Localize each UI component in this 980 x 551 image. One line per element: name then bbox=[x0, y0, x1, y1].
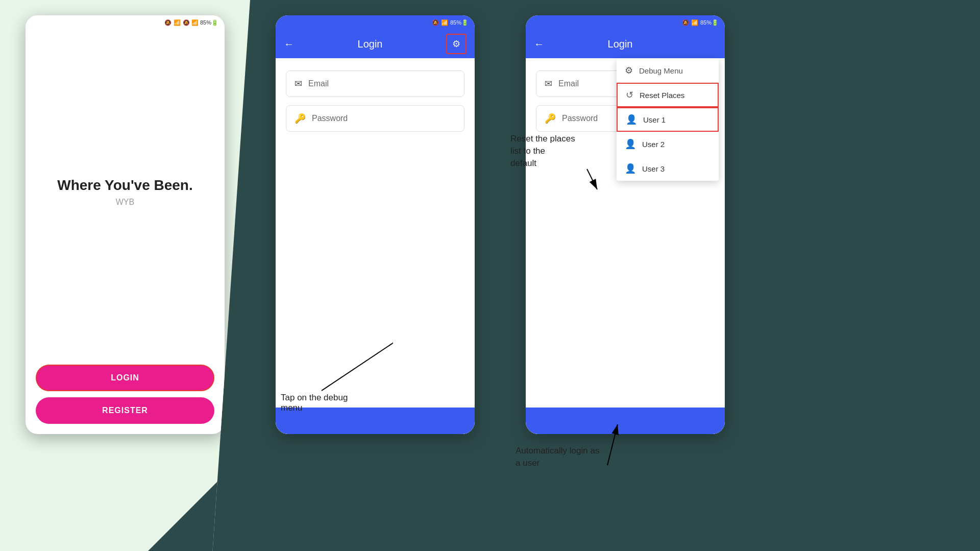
status-bar-right: 🔕 📶 85%🔋 bbox=[526, 15, 725, 30]
signal-icon: 📶 bbox=[174, 19, 181, 26]
debug-menu-header-label: Debug Menu bbox=[639, 66, 683, 75]
right-panel: 🔕 📶 85%🔋 ← Login ✉ Email 🔑 Password bbox=[500, 0, 750, 551]
app-bar-middle: ← Login ⚙ bbox=[276, 30, 475, 58]
user2-label: User 2 bbox=[642, 140, 665, 149]
phone-right: 🔕 📶 85%🔋 ← Login ✉ Email 🔑 Password bbox=[526, 15, 725, 434]
battery-label-m: 85%🔋 bbox=[450, 19, 469, 26]
phone-actions: LOGIN REGISTER bbox=[26, 354, 225, 434]
email-icon-middle: ✉ bbox=[295, 78, 302, 89]
user1-icon: 👤 bbox=[626, 114, 637, 125]
user3-label: User 3 bbox=[642, 164, 665, 173]
hero-subtitle: WYB bbox=[116, 198, 134, 207]
debug-menu-dropdown: ⚙ Debug Menu ↺ Reset Places 👤 User 1 👤 U… bbox=[617, 58, 719, 181]
debug-menu-user3[interactable]: 👤 User 3 bbox=[617, 156, 719, 181]
mute-icon: 🔕 bbox=[164, 19, 172, 26]
debug-menu-reset-places[interactable]: ↺ Reset Places bbox=[617, 83, 719, 107]
password-placeholder-right: Password bbox=[562, 114, 598, 123]
reset-places-label: Reset Places bbox=[640, 91, 684, 100]
login-annotation-text: Automatically login as a user bbox=[516, 445, 638, 469]
status-icons-right: 🔕 📶 85%🔋 bbox=[682, 19, 719, 26]
hero-title: Where You've Been. bbox=[57, 177, 192, 194]
phone-content-middle: ✉ Email 🔑 Password bbox=[276, 58, 475, 408]
signal-icon-m: 📶 bbox=[441, 19, 448, 26]
bottom-bar-right bbox=[526, 408, 725, 434]
battery-label: 🔕 📶 85%🔋 bbox=[183, 19, 218, 26]
back-arrow-middle[interactable]: ← bbox=[284, 38, 294, 50]
phone-hero: Where You've Been. WYB bbox=[26, 30, 225, 354]
status-icons-middle: 🔕 📶 85%🔋 bbox=[432, 19, 469, 26]
phone-left: 🔕 📶 🔕 📶 85%🔋 Where You've Been. WYB LOGI… bbox=[26, 15, 225, 434]
left-panel: 🔕 📶 🔕 📶 85%🔋 Where You've Been. WYB LOGI… bbox=[0, 0, 250, 551]
register-button[interactable]: REGISTER bbox=[36, 397, 214, 424]
login-button[interactable]: LOGIN bbox=[36, 365, 214, 391]
app-bar-right: ← Login bbox=[526, 30, 725, 58]
filler-panel bbox=[750, 0, 980, 551]
password-icon-right: 🔑 bbox=[545, 113, 556, 124]
debug-gear-icon: ⚙ bbox=[452, 38, 460, 50]
battery-label-r: 85%🔋 bbox=[700, 19, 719, 26]
phone-middle: 🔕 📶 85%🔋 ← Login ⚙ ✉ Email 🔑 Password bbox=[276, 15, 475, 434]
status-bar-middle: 🔕 📶 85%🔋 bbox=[276, 15, 475, 30]
user3-icon: 👤 bbox=[625, 163, 636, 174]
email-placeholder-middle: Email bbox=[308, 79, 329, 88]
status-icons-left: 🔕 📶 🔕 📶 85%🔋 bbox=[164, 19, 218, 26]
back-arrow-right[interactable]: ← bbox=[534, 38, 544, 50]
email-placeholder-right: Email bbox=[558, 79, 579, 88]
debug-menu-header: ⚙ Debug Menu bbox=[617, 58, 719, 83]
mute-icon-r: 🔕 bbox=[682, 19, 689, 26]
password-field-middle[interactable]: 🔑 Password bbox=[286, 105, 464, 132]
app-bar-title-middle: Login bbox=[302, 38, 438, 50]
middle-panel: 🔕 📶 85%🔋 ← Login ⚙ ✉ Email 🔑 Password bbox=[250, 0, 500, 551]
email-icon-right: ✉ bbox=[545, 78, 552, 89]
debug-menu-user2[interactable]: 👤 User 2 bbox=[617, 132, 719, 156]
reset-places-icon: ↺ bbox=[626, 89, 633, 101]
password-icon-middle: 🔑 bbox=[295, 113, 306, 124]
user2-icon: 👤 bbox=[625, 138, 636, 150]
app-bar-title-right: Login bbox=[552, 38, 688, 50]
password-placeholder-middle: Password bbox=[312, 114, 348, 123]
status-bar-left: 🔕 📶 🔕 📶 85%🔋 bbox=[26, 15, 225, 30]
debug-menu-gear-icon: ⚙ bbox=[625, 65, 633, 76]
mute-icon-m: 🔕 bbox=[432, 19, 439, 26]
bottom-bar-middle bbox=[276, 408, 475, 434]
debug-menu-button-middle[interactable]: ⚙ bbox=[446, 34, 467, 54]
signal-icon-r: 📶 bbox=[691, 19, 698, 26]
email-field-middle[interactable]: ✉ Email bbox=[286, 70, 464, 97]
user1-label: User 1 bbox=[643, 115, 666, 124]
debug-menu-user1[interactable]: 👤 User 1 bbox=[617, 107, 719, 132]
